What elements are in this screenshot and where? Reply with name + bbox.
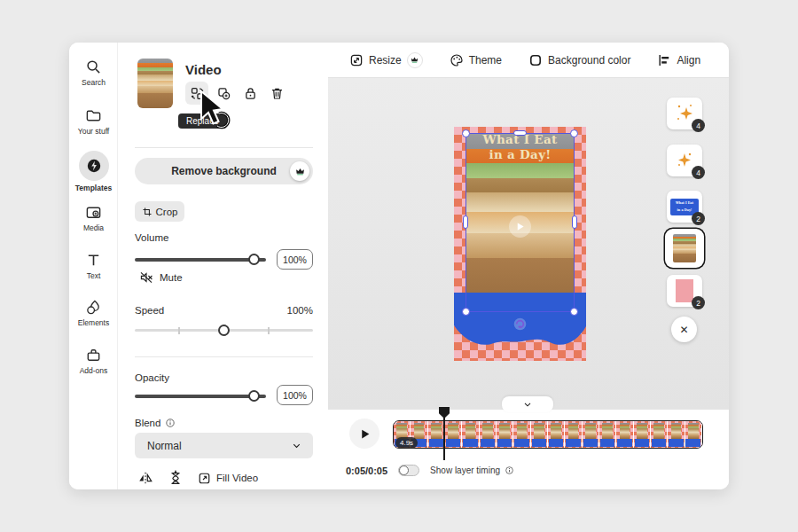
timeline-frame[interactable] bbox=[565, 421, 582, 448]
fill-video-icon bbox=[198, 472, 211, 485]
delete-button[interactable] bbox=[265, 82, 288, 105]
play-icon bbox=[359, 428, 371, 440]
layer-card-sparkle-1[interactable]: 4 bbox=[667, 98, 702, 129]
fill-video-button[interactable]: Fill Video bbox=[198, 472, 258, 485]
layer-card-title[interactable]: What I Eat in a Day! 2 bbox=[667, 191, 702, 223]
play-overlay[interactable] bbox=[509, 215, 531, 238]
timeline-frame[interactable] bbox=[668, 421, 685, 448]
play-icon bbox=[515, 222, 525, 231]
timer-icon[interactable] bbox=[168, 470, 184, 486]
sidebar-item-label: Add-ons bbox=[80, 367, 108, 375]
sidebar-item-text[interactable]: Text bbox=[69, 252, 118, 280]
timeline-frame[interactable] bbox=[445, 421, 462, 448]
timeline-frame[interactable] bbox=[616, 421, 633, 448]
timeline-frame[interactable] bbox=[685, 421, 702, 448]
rotate-handle[interactable] bbox=[512, 317, 528, 332]
color-thumbnail bbox=[676, 279, 693, 302]
play-button[interactable] bbox=[349, 419, 379, 449]
collapse-timeline-tab[interactable] bbox=[502, 396, 553, 412]
divider bbox=[135, 147, 313, 148]
timeline-info-row: 0:05/0:05 Show layer timing bbox=[346, 465, 514, 476]
templates-icon bbox=[86, 158, 102, 174]
volume-slider-track[interactable] bbox=[135, 258, 266, 262]
timeline-frame[interactable] bbox=[513, 421, 530, 448]
search-icon bbox=[85, 59, 102, 75]
timeline-frame[interactable] bbox=[480, 421, 497, 448]
theme-icon bbox=[450, 53, 464, 67]
sidebar-item-templates[interactable]: Templates bbox=[69, 151, 118, 192]
info-icon[interactable] bbox=[505, 466, 514, 475]
info-icon[interactable] bbox=[165, 418, 176, 428]
selection-handle-top-left[interactable] bbox=[462, 129, 470, 137]
mute-button[interactable]: Mute bbox=[139, 270, 183, 285]
selection-handle-left-middle[interactable] bbox=[463, 215, 468, 229]
opacity-value-box[interactable]: 100% bbox=[277, 385, 313, 405]
close-layers-button[interactable]: ✕ bbox=[671, 317, 697, 342]
speed-value: 100% bbox=[279, 305, 313, 316]
selection-handle-bottom-left[interactable] bbox=[462, 308, 470, 316]
timeline-clip-strip[interactable] bbox=[393, 420, 703, 449]
add-ons-icon bbox=[85, 347, 102, 364]
volume-slider-knob[interactable] bbox=[248, 254, 260, 265]
timeline-bar: 4.9s 0:05/0:05 Show layer timing bbox=[328, 410, 729, 489]
design-frame[interactable]: What I Eat in a Day! bbox=[454, 127, 586, 361]
volume-value-box[interactable]: 100% bbox=[277, 249, 313, 270]
sidebar-item-search[interactable]: Search bbox=[69, 59, 118, 87]
speed-slider-knob[interactable] bbox=[218, 325, 230, 336]
selection-handle-bottom-right[interactable] bbox=[570, 308, 578, 316]
mute-icon bbox=[139, 270, 153, 285]
layer-card-sparkle-2[interactable]: 4 bbox=[667, 145, 702, 176]
premium-crown-badge bbox=[407, 52, 423, 68]
text-icon bbox=[85, 252, 102, 269]
banner-text: What I Eat in a Day! bbox=[454, 132, 586, 162]
timeline-frame[interactable] bbox=[548, 421, 565, 448]
opacity-slider-knob[interactable] bbox=[248, 390, 260, 402]
selection-handle-top-center[interactable] bbox=[513, 130, 527, 136]
show-layer-timing-toggle[interactable] bbox=[398, 465, 419, 476]
timeline-frame[interactable] bbox=[462, 421, 479, 448]
timeline-frame[interactable] bbox=[651, 421, 668, 448]
align-label: Align bbox=[677, 54, 700, 66]
sidebar-item-your-stuff[interactable]: Your stuff bbox=[69, 107, 118, 136]
crop-label: Crop bbox=[156, 207, 178, 217]
banner-line-2: in a Day! bbox=[454, 147, 586, 162]
flip-icon[interactable] bbox=[137, 470, 153, 486]
replace-button[interactable] bbox=[185, 82, 208, 105]
sidebar-item-label: Text bbox=[87, 272, 101, 280]
sidebar-item-elements[interactable]: Elements bbox=[69, 299, 118, 327]
timeline-frame[interactable] bbox=[531, 421, 548, 448]
sidebar-item-label: Your stuff bbox=[78, 128, 109, 136]
sidebar-item-label: Templates bbox=[75, 184, 112, 192]
layer-count-badge: 4 bbox=[692, 119, 705, 132]
sidebar-item-label: Search bbox=[82, 79, 106, 87]
media-icon bbox=[85, 204, 102, 221]
layer-count-badge: 2 bbox=[692, 212, 705, 225]
timeline-frame[interactable] bbox=[497, 421, 513, 448]
mini-banner-line-1: What I Eat bbox=[676, 201, 693, 204]
layer-count-badge: 2 bbox=[692, 296, 705, 309]
layer-card-video-selected[interactable] bbox=[667, 231, 702, 266]
crop-button[interactable]: Crop bbox=[135, 201, 184, 222]
playhead-line[interactable] bbox=[443, 410, 445, 460]
timeline-frame[interactable] bbox=[634, 421, 651, 448]
lock-button[interactable] bbox=[239, 82, 262, 105]
crown-icon bbox=[411, 56, 419, 64]
show-layer-timing-label: Show layer timing bbox=[430, 466, 514, 475]
blend-mode-select[interactable]: Normal bbox=[135, 433, 313, 458]
opacity-slider-track[interactable] bbox=[135, 395, 266, 398]
theme-button[interactable]: Theme bbox=[450, 53, 502, 67]
video-properties-panel: Video ✕ Replace Remove background bbox=[118, 43, 328, 489]
align-button[interactable]: Align bbox=[657, 53, 700, 67]
background-color-button[interactable]: Background color bbox=[528, 53, 630, 67]
resize-button[interactable]: Resize bbox=[349, 52, 423, 68]
remove-background-button[interactable]: Remove background bbox=[135, 158, 313, 184]
timeline-frame[interactable] bbox=[583, 421, 599, 448]
mini-banner-line-2: in a Day! bbox=[677, 208, 692, 211]
layer-card-color[interactable]: 2 bbox=[667, 275, 702, 307]
timeline-frame[interactable] bbox=[599, 421, 616, 448]
sidebar-item-media[interactable]: Media bbox=[69, 204, 118, 232]
sidebar-item-add-ons[interactable]: Add-ons bbox=[69, 347, 118, 375]
duplicate-button[interactable] bbox=[212, 82, 235, 105]
selection-handle-top-right[interactable] bbox=[570, 129, 578, 137]
selection-handle-right-middle[interactable] bbox=[572, 215, 577, 229]
